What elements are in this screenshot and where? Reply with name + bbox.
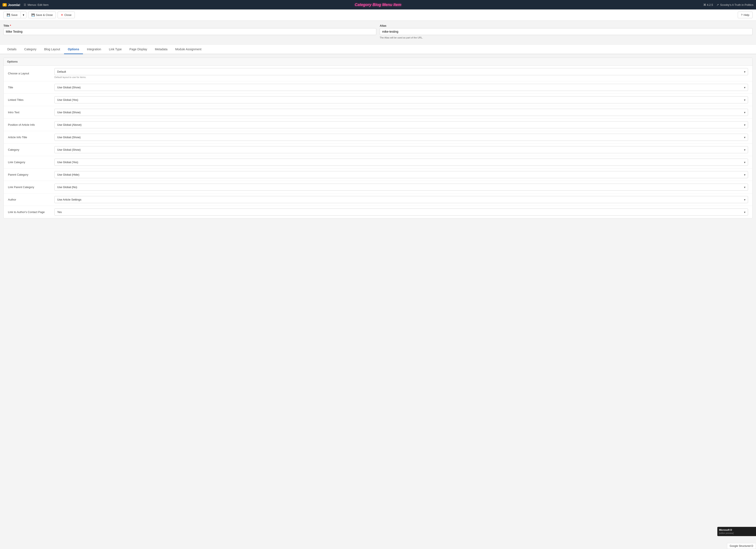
select-wrapper-intro-text: Use Global (Show) bbox=[54, 109, 748, 116]
select-article-info-title[interactable]: Use Global (Show) bbox=[54, 134, 748, 141]
select-intro-text[interactable]: Use Global (Show) bbox=[54, 109, 748, 116]
option-row-parent-category: Parent CategoryUse Global (Hide) bbox=[4, 169, 752, 181]
navbar-section: ☰ Menus: Edit Item bbox=[24, 3, 49, 6]
option-label-choose-layout: Choose a Layout bbox=[8, 72, 51, 75]
option-hint-choose-layout: Default layout to use for items. bbox=[54, 76, 748, 78]
select-author[interactable]: Use Article Settings bbox=[54, 196, 748, 203]
tab-category[interactable]: Category bbox=[20, 45, 40, 54]
alias-label: Alias bbox=[380, 24, 753, 27]
option-label-intro-text: Intro Text bbox=[8, 111, 51, 114]
select-parent-category[interactable]: Use Global (Hide) bbox=[54, 171, 748, 178]
save-button[interactable]: 💾 Save bbox=[3, 12, 21, 18]
option-control-link-category: Use Global (Yes) bbox=[54, 159, 748, 166]
select-wrapper-link-author-contact: Yes bbox=[54, 209, 748, 216]
option-control-author: Use Article Settings bbox=[54, 196, 748, 203]
option-row-linked-titles: Linked TitlesUse Global (Yes) bbox=[4, 94, 752, 106]
option-row-author: →AuthorUse Article Settings bbox=[4, 193, 752, 206]
help-button[interactable]: ? Help bbox=[738, 12, 753, 18]
select-link-author-contact[interactable]: Yes bbox=[54, 209, 748, 216]
save-close-button[interactable]: 💾 Save & Close bbox=[28, 12, 56, 18]
close-button[interactable]: ✕ Close bbox=[58, 12, 75, 18]
page-title: Category Blog Menu Item bbox=[355, 3, 401, 7]
navbar-right: ⌘ 4.2.5 ↗ Scooby's A Truth in Politics bbox=[703, 3, 753, 6]
navbar: J! Joomla! ☰ Menus: Edit Item Category B… bbox=[0, 0, 756, 9]
option-label-article-info-title: Article Info Title bbox=[8, 136, 51, 139]
tab-module-assignment[interactable]: Module Assignment bbox=[171, 45, 205, 54]
option-control-linked-titles: Use Global (Yes) bbox=[54, 96, 748, 103]
alias-input[interactable] bbox=[380, 28, 753, 35]
option-control-intro-text: Use Global (Show) bbox=[54, 109, 748, 116]
select-link-parent-category[interactable]: Use Global (No) bbox=[54, 184, 748, 191]
brand-label: Joomla! bbox=[8, 3, 20, 7]
select-wrapper-choose-layout: Default bbox=[54, 68, 748, 75]
options-header: Options bbox=[4, 58, 752, 66]
tab-link-type[interactable]: Link Type bbox=[105, 45, 126, 54]
option-row-position-article-info: Position of Article InfoUse Global (Abov… bbox=[4, 119, 752, 131]
select-linked-titles[interactable]: Use Global (Yes) bbox=[54, 96, 748, 103]
option-control-parent-category: Use Global (Hide) bbox=[54, 171, 748, 178]
option-control-title: Use Global (Show) bbox=[54, 84, 748, 91]
close-label: Close bbox=[64, 13, 71, 17]
select-link-category[interactable]: Use Global (Yes) bbox=[54, 159, 748, 166]
select-wrapper-link-parent-category: Use Global (No) bbox=[54, 184, 748, 191]
title-label: Title * bbox=[3, 24, 376, 27]
option-control-article-info-title: Use Global (Show) bbox=[54, 134, 748, 141]
tab-integration[interactable]: Integration bbox=[83, 45, 105, 54]
help-label: Help bbox=[744, 13, 749, 17]
option-row-category: CategoryUse Global (Show) bbox=[4, 144, 752, 156]
option-row-choose-layout: Choose a LayoutDefaultDefault layout to … bbox=[4, 66, 752, 81]
select-wrapper-category: Use Global (Show) bbox=[54, 146, 748, 153]
page-content: 💾 Save ▾ 💾 Save & Close ✕ Close ? Help T… bbox=[0, 9, 756, 222]
option-label-link-category: Link Category bbox=[8, 161, 51, 164]
save-group: 💾 Save ▾ bbox=[3, 12, 26, 18]
select-wrapper-linked-titles: Use Global (Yes) bbox=[54, 96, 748, 103]
tabs: DetailsCategoryBlog LayoutOptionsIntegra… bbox=[0, 45, 756, 54]
save-icon: 💾 bbox=[7, 13, 10, 17]
title-input[interactable] bbox=[3, 28, 376, 35]
save-dropdown-button[interactable]: ▾ bbox=[21, 12, 26, 18]
select-wrapper-author: Use Article Settings bbox=[54, 196, 748, 203]
select-choose-layout[interactable]: Default bbox=[54, 68, 748, 75]
red-arrow-icon: → bbox=[0, 196, 2, 204]
option-label-linked-titles: Linked Titles bbox=[8, 98, 51, 101]
select-wrapper-title: Use Global (Show) bbox=[54, 84, 748, 91]
option-row-intro-text: Intro TextUse Global (Show) bbox=[4, 106, 752, 119]
joomla-icon: J! bbox=[3, 3, 7, 6]
option-row-title: TitleUse Global (Show) bbox=[4, 81, 752, 94]
tab-metadata[interactable]: Metadata bbox=[151, 45, 171, 54]
tab-blog-layout[interactable]: Blog Layout bbox=[40, 45, 64, 54]
options-body: Choose a LayoutDefaultDefault layout to … bbox=[4, 66, 752, 218]
alias-group: Alias The Alias will be used as part of … bbox=[380, 24, 753, 39]
option-label-title: Title bbox=[8, 86, 51, 89]
option-control-position-article-info: Use Global (Above) bbox=[54, 121, 748, 128]
option-label-link-author-contact: Link to Author's Contact Page bbox=[8, 210, 51, 214]
tab-details[interactable]: Details bbox=[3, 45, 20, 54]
option-row-link-author-contact: Link to Author's Contact PageYes bbox=[4, 206, 752, 218]
help-icon: ? bbox=[741, 13, 742, 17]
title-required: * bbox=[10, 24, 11, 27]
alias-hint: The Alias will be used as part of the UR… bbox=[380, 36, 753, 39]
option-control-choose-layout: DefaultDefault layout to use for items. bbox=[54, 68, 748, 78]
option-label-position-article-info: Position of Article Info bbox=[8, 123, 51, 126]
username: Scooby's A Truth in Politics bbox=[720, 3, 753, 6]
option-label-parent-category: Parent Category bbox=[8, 173, 51, 176]
user-menu[interactable]: ↗ Scooby's A Truth in Politics bbox=[716, 3, 753, 6]
option-row-article-info-title: Article Info TitleUse Global (Show) bbox=[4, 131, 752, 144]
select-wrapper-position-article-info: Use Global (Above) bbox=[54, 121, 748, 128]
select-wrapper-article-info-title: Use Global (Show) bbox=[54, 134, 748, 141]
select-title[interactable]: Use Global (Show) bbox=[54, 84, 748, 91]
option-label-category: Category bbox=[8, 148, 51, 151]
form-area: Title * Alias The Alias will be used as … bbox=[0, 21, 756, 45]
tab-page-display[interactable]: Page Display bbox=[125, 45, 151, 54]
hamburger-icon: ☰ bbox=[24, 3, 26, 6]
select-category[interactable]: Use Global (Show) bbox=[54, 146, 748, 153]
tab-options[interactable]: Options bbox=[64, 45, 83, 54]
select-wrapper-parent-category: Use Global (Hide) bbox=[54, 171, 748, 178]
version-badge: ⌘ 4.2.5 bbox=[703, 3, 713, 6]
user-icon: ↗ bbox=[716, 3, 719, 6]
section-label: Menus: Edit Item bbox=[28, 3, 49, 6]
options-panel: Options Choose a LayoutDefaultDefault la… bbox=[3, 58, 753, 218]
select-position-article-info[interactable]: Use Global (Above) bbox=[54, 121, 748, 128]
title-group: Title * bbox=[3, 24, 376, 39]
option-control-link-parent-category: Use Global (No) bbox=[54, 184, 748, 191]
